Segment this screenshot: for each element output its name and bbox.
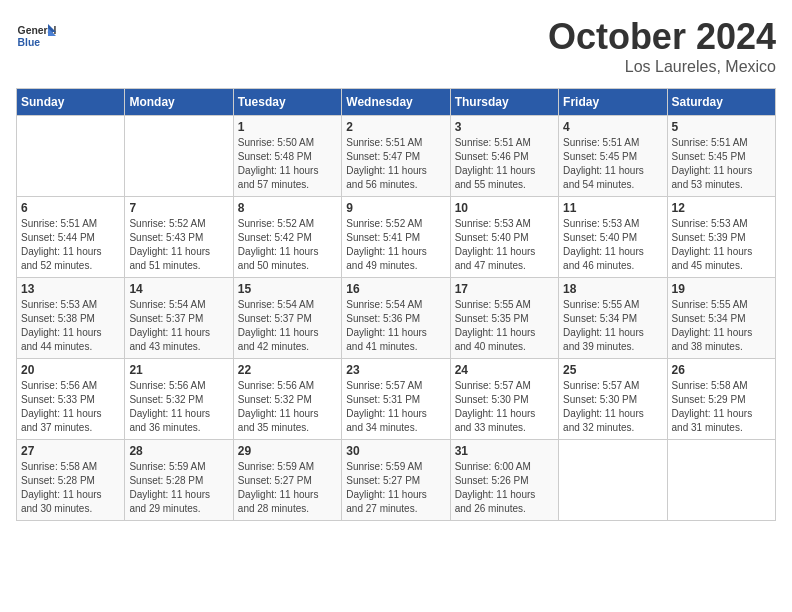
day-number: 31 bbox=[455, 444, 554, 458]
day-number: 18 bbox=[563, 282, 662, 296]
day-number: 21 bbox=[129, 363, 228, 377]
day-number: 23 bbox=[346, 363, 445, 377]
day-number: 28 bbox=[129, 444, 228, 458]
day-number: 6 bbox=[21, 201, 120, 215]
day-info: Sunrise: 5:57 AMSunset: 5:31 PMDaylight:… bbox=[346, 379, 445, 435]
calendar-week-row: 1Sunrise: 5:50 AMSunset: 5:48 PMDaylight… bbox=[17, 116, 776, 197]
calendar-cell: 8Sunrise: 5:52 AMSunset: 5:42 PMDaylight… bbox=[233, 197, 341, 278]
calendar-header-row: SundayMondayTuesdayWednesdayThursdayFrid… bbox=[17, 89, 776, 116]
day-number: 29 bbox=[238, 444, 337, 458]
calendar-cell: 28Sunrise: 5:59 AMSunset: 5:28 PMDayligh… bbox=[125, 440, 233, 521]
calendar-cell: 18Sunrise: 5:55 AMSunset: 5:34 PMDayligh… bbox=[559, 278, 667, 359]
calendar-cell: 29Sunrise: 5:59 AMSunset: 5:27 PMDayligh… bbox=[233, 440, 341, 521]
title-block: October 2024 Los Laureles, Mexico bbox=[548, 16, 776, 76]
calendar-cell: 6Sunrise: 5:51 AMSunset: 5:44 PMDaylight… bbox=[17, 197, 125, 278]
day-info: Sunrise: 5:55 AMSunset: 5:35 PMDaylight:… bbox=[455, 298, 554, 354]
day-info: Sunrise: 5:56 AMSunset: 5:32 PMDaylight:… bbox=[129, 379, 228, 435]
day-info: Sunrise: 5:56 AMSunset: 5:32 PMDaylight:… bbox=[238, 379, 337, 435]
day-info: Sunrise: 5:54 AMSunset: 5:37 PMDaylight:… bbox=[129, 298, 228, 354]
day-info: Sunrise: 5:57 AMSunset: 5:30 PMDaylight:… bbox=[563, 379, 662, 435]
calendar-cell: 10Sunrise: 5:53 AMSunset: 5:40 PMDayligh… bbox=[450, 197, 558, 278]
calendar-cell: 4Sunrise: 5:51 AMSunset: 5:45 PMDaylight… bbox=[559, 116, 667, 197]
calendar-cell: 2Sunrise: 5:51 AMSunset: 5:47 PMDaylight… bbox=[342, 116, 450, 197]
day-info: Sunrise: 5:51 AMSunset: 5:44 PMDaylight:… bbox=[21, 217, 120, 273]
calendar-cell: 21Sunrise: 5:56 AMSunset: 5:32 PMDayligh… bbox=[125, 359, 233, 440]
day-number: 9 bbox=[346, 201, 445, 215]
calendar-cell: 24Sunrise: 5:57 AMSunset: 5:30 PMDayligh… bbox=[450, 359, 558, 440]
day-number: 5 bbox=[672, 120, 771, 134]
day-info: Sunrise: 5:52 AMSunset: 5:43 PMDaylight:… bbox=[129, 217, 228, 273]
day-number: 11 bbox=[563, 201, 662, 215]
day-header-wednesday: Wednesday bbox=[342, 89, 450, 116]
day-info: Sunrise: 5:53 AMSunset: 5:40 PMDaylight:… bbox=[455, 217, 554, 273]
day-number: 30 bbox=[346, 444, 445, 458]
calendar-cell: 3Sunrise: 5:51 AMSunset: 5:46 PMDaylight… bbox=[450, 116, 558, 197]
day-info: Sunrise: 5:53 AMSunset: 5:40 PMDaylight:… bbox=[563, 217, 662, 273]
day-number: 10 bbox=[455, 201, 554, 215]
location-subtitle: Los Laureles, Mexico bbox=[548, 58, 776, 76]
day-number: 20 bbox=[21, 363, 120, 377]
day-info: Sunrise: 5:51 AMSunset: 5:45 PMDaylight:… bbox=[672, 136, 771, 192]
day-info: Sunrise: 5:50 AMSunset: 5:48 PMDaylight:… bbox=[238, 136, 337, 192]
day-number: 17 bbox=[455, 282, 554, 296]
calendar-cell: 5Sunrise: 5:51 AMSunset: 5:45 PMDaylight… bbox=[667, 116, 775, 197]
calendar-cell: 22Sunrise: 5:56 AMSunset: 5:32 PMDayligh… bbox=[233, 359, 341, 440]
calendar-cell: 7Sunrise: 5:52 AMSunset: 5:43 PMDaylight… bbox=[125, 197, 233, 278]
day-info: Sunrise: 5:55 AMSunset: 5:34 PMDaylight:… bbox=[563, 298, 662, 354]
calendar-week-row: 6Sunrise: 5:51 AMSunset: 5:44 PMDaylight… bbox=[17, 197, 776, 278]
day-info: Sunrise: 5:59 AMSunset: 5:28 PMDaylight:… bbox=[129, 460, 228, 516]
day-number: 1 bbox=[238, 120, 337, 134]
month-title: October 2024 bbox=[548, 16, 776, 58]
calendar-cell bbox=[667, 440, 775, 521]
calendar-week-row: 27Sunrise: 5:58 AMSunset: 5:28 PMDayligh… bbox=[17, 440, 776, 521]
calendar-cell: 27Sunrise: 5:58 AMSunset: 5:28 PMDayligh… bbox=[17, 440, 125, 521]
day-number: 15 bbox=[238, 282, 337, 296]
calendar-cell: 12Sunrise: 5:53 AMSunset: 5:39 PMDayligh… bbox=[667, 197, 775, 278]
day-header-saturday: Saturday bbox=[667, 89, 775, 116]
day-info: Sunrise: 5:53 AMSunset: 5:38 PMDaylight:… bbox=[21, 298, 120, 354]
calendar-table: SundayMondayTuesdayWednesdayThursdayFrid… bbox=[16, 88, 776, 521]
calendar-cell: 16Sunrise: 5:54 AMSunset: 5:36 PMDayligh… bbox=[342, 278, 450, 359]
day-info: Sunrise: 5:51 AMSunset: 5:47 PMDaylight:… bbox=[346, 136, 445, 192]
calendar-cell bbox=[125, 116, 233, 197]
svg-text:Blue: Blue bbox=[18, 37, 41, 48]
day-number: 13 bbox=[21, 282, 120, 296]
day-number: 7 bbox=[129, 201, 228, 215]
day-info: Sunrise: 5:55 AMSunset: 5:34 PMDaylight:… bbox=[672, 298, 771, 354]
calendar-cell: 30Sunrise: 5:59 AMSunset: 5:27 PMDayligh… bbox=[342, 440, 450, 521]
calendar-cell: 15Sunrise: 5:54 AMSunset: 5:37 PMDayligh… bbox=[233, 278, 341, 359]
day-info: Sunrise: 5:59 AMSunset: 5:27 PMDaylight:… bbox=[238, 460, 337, 516]
day-number: 14 bbox=[129, 282, 228, 296]
calendar-cell bbox=[17, 116, 125, 197]
calendar-cell: 23Sunrise: 5:57 AMSunset: 5:31 PMDayligh… bbox=[342, 359, 450, 440]
calendar-cell: 14Sunrise: 5:54 AMSunset: 5:37 PMDayligh… bbox=[125, 278, 233, 359]
day-header-tuesday: Tuesday bbox=[233, 89, 341, 116]
day-info: Sunrise: 5:57 AMSunset: 5:30 PMDaylight:… bbox=[455, 379, 554, 435]
day-info: Sunrise: 5:59 AMSunset: 5:27 PMDaylight:… bbox=[346, 460, 445, 516]
day-header-thursday: Thursday bbox=[450, 89, 558, 116]
day-number: 25 bbox=[563, 363, 662, 377]
logo: General Blue bbox=[16, 16, 60, 56]
day-number: 12 bbox=[672, 201, 771, 215]
day-info: Sunrise: 5:52 AMSunset: 5:42 PMDaylight:… bbox=[238, 217, 337, 273]
day-number: 22 bbox=[238, 363, 337, 377]
day-number: 24 bbox=[455, 363, 554, 377]
day-number: 4 bbox=[563, 120, 662, 134]
calendar-cell: 31Sunrise: 6:00 AMSunset: 5:26 PMDayligh… bbox=[450, 440, 558, 521]
day-info: Sunrise: 6:00 AMSunset: 5:26 PMDaylight:… bbox=[455, 460, 554, 516]
day-info: Sunrise: 5:58 AMSunset: 5:28 PMDaylight:… bbox=[21, 460, 120, 516]
day-header-sunday: Sunday bbox=[17, 89, 125, 116]
day-number: 19 bbox=[672, 282, 771, 296]
day-header-friday: Friday bbox=[559, 89, 667, 116]
day-number: 26 bbox=[672, 363, 771, 377]
calendar-cell: 1Sunrise: 5:50 AMSunset: 5:48 PMDaylight… bbox=[233, 116, 341, 197]
calendar-cell: 13Sunrise: 5:53 AMSunset: 5:38 PMDayligh… bbox=[17, 278, 125, 359]
day-number: 3 bbox=[455, 120, 554, 134]
calendar-cell: 25Sunrise: 5:57 AMSunset: 5:30 PMDayligh… bbox=[559, 359, 667, 440]
calendar-cell: 26Sunrise: 5:58 AMSunset: 5:29 PMDayligh… bbox=[667, 359, 775, 440]
calendar-cell: 20Sunrise: 5:56 AMSunset: 5:33 PMDayligh… bbox=[17, 359, 125, 440]
day-number: 2 bbox=[346, 120, 445, 134]
day-info: Sunrise: 5:54 AMSunset: 5:37 PMDaylight:… bbox=[238, 298, 337, 354]
day-info: Sunrise: 5:53 AMSunset: 5:39 PMDaylight:… bbox=[672, 217, 771, 273]
day-info: Sunrise: 5:51 AMSunset: 5:45 PMDaylight:… bbox=[563, 136, 662, 192]
